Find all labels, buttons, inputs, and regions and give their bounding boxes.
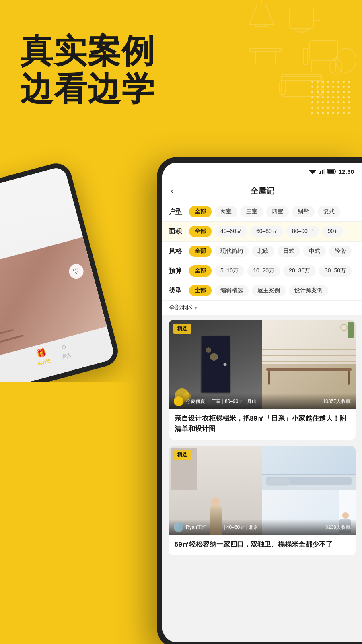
chip-mianji-90plus[interactable]: 90+ [322,226,343,237]
nav-bar: ‹ 全屋记 [162,180,362,202]
chip-yusuan-5-10[interactable]: 5–10万 [215,265,244,277]
chip-huxing-2[interactable]: 两室 [215,206,237,217]
filter-chips-mianji: 全部 40–60㎡ 60–80㎡ 80–90㎡ 90+ [189,226,343,237]
headline: 真实案例 边看边学 [20,32,155,108]
tab-fuliituan: 🎁 福利团 [34,347,51,367]
chip-huxing-villa[interactable]: 别墅 [292,206,315,217]
svg-marker-20 [310,172,315,174]
filter-label-yusuan: 预算 [169,267,185,275]
svg-rect-12 [249,48,282,52]
card-2-badge: 精选 [173,450,191,460]
battery-icon [327,169,336,174]
card-1-saves: 10357人收藏 [323,398,351,405]
chip-fengge-japanese[interactable]: 日式 [278,246,300,257]
heart-icon: ♡ [68,262,85,280]
filter-row-yusuan: 预算 全部 5–10万 10–20万 20–30万 30–50万 [162,261,362,281]
card-2-avatar [174,522,183,532]
chip-huxing-duplex[interactable]: 复式 [318,206,340,217]
page-title: 全屋记 [250,186,274,196]
headline-line2: 边看边学 [20,70,155,108]
chip-fengge-light[interactable]: 轻奢 [329,246,352,257]
svg-rect-5 [310,40,338,60]
filter-label-huxing: 户型 [169,208,185,216]
card-1-meta: 今夏何夏 | 三室 | 80–90㎡ | 舟山 10357人收藏 [169,393,356,409]
filter-chips-leixing: 全部 编辑精选 屋主案例 设计师案例 [189,285,328,296]
chip-fengge-modern[interactable]: 现代简约 [215,246,249,257]
card-1-avatar [174,396,183,406]
wifi-icon [309,169,316,174]
chip-mianji-80-90[interactable]: 80–90㎡ [286,226,319,237]
svg-point-9 [336,48,356,72]
svg-rect-27 [328,170,334,173]
card-1-badge: 精选 [173,324,191,334]
dots-decoration: // Will be rendered via JS below [311,80,350,114]
card-1-meta-info: 三室 | 80–90㎡ | 舟山 [211,398,257,405]
filter-chips-fengge: 全部 现代简约 北欧 日式 中式 轻奢 [189,246,352,257]
card-2-saves: 6238人收藏 [325,524,351,531]
back-button[interactable]: ‹ [171,186,173,196]
svg-rect-24 [323,169,325,174]
chip-huxing-3[interactable]: 三室 [241,206,263,217]
svg-rect-21 [319,173,320,174]
tab-mine: ○ 我的 [58,341,71,360]
chip-yusuan-20-30[interactable]: 20–30万 [283,265,316,277]
filter-row-mianji: 面积 全部 40–60㎡ 60–80㎡ 80–90㎡ 90+ [162,222,362,242]
filter-row-fengge: 风格 全部 现代简约 北欧 日式 中式 轻奢 [162,242,362,261]
svg-rect-26 [335,171,336,173]
filter-label-mianji: 面积 [169,227,185,236]
chip-yusuan-all[interactable]: 全部 [189,265,212,277]
content-list: 精选 今夏何夏 | 三室 | 80–90㎡ | 舟山 10357人收藏 亲自设计… [162,315,362,634]
svg-rect-0 [290,8,314,28]
filter-chips-huxing: 全部 两室 三室 四室 别墅 复式 [189,206,340,217]
svg-rect-8 [304,48,308,64]
chip-yusuan-10-20[interactable]: 10–20万 [247,265,280,277]
card-2[interactable]: 精选 Ryan王恒 | 一室 | 40–60㎡ | 北京 6238人收藏 59㎡… [169,446,356,555]
card-1-title: 亲自设计衣柜榻榻米，把89㎡「日系」小家越住越大！附清单和设计图 [169,409,356,440]
phone-mockup-main: 12:30 ‹ 全屋记 户型 全部 两室 三室 四室 别墅 复式 面积 全部 4… [157,157,362,644]
chip-huxing-4[interactable]: 四室 [266,206,289,217]
filter-label-leixing: 类型 [169,287,185,295]
svg-rect-18 [282,74,322,80]
filter-row-huxing: 户型 全部 两室 三室 四室 别墅 复式 [162,202,362,222]
region-arrow: ▾ [195,305,197,311]
time-display: 12:30 [339,168,354,175]
card-1-meta-left: 今夏何夏 | 三室 | 80–90㎡ | 舟山 [174,396,257,406]
phone-left-content: ♡ 🎁 福利团 ○ 我的 [0,166,115,382]
headline-line1: 真实案例 [20,32,155,70]
region-row[interactable]: 全部地区 ▾ [162,301,362,315]
card-1[interactable]: 精选 今夏何夏 | 三室 | 80–90㎡ | 舟山 10357人收藏 亲自设计… [169,320,356,440]
chip-mianji-60-80[interactable]: 60–80㎡ [251,226,283,237]
chip-leixing-designer[interactable]: 设计师案例 [289,285,328,296]
status-bar: 12:30 [162,163,362,180]
chip-leixing-owner[interactable]: 屋主案例 [252,285,286,296]
filter-section: 户型 全部 两室 三室 四室 别墅 复式 面积 全部 40–60㎡ 60–80㎡… [162,202,362,315]
signal-icon [319,169,325,174]
chip-fengge-all[interactable]: 全部 [189,246,212,257]
chip-mianji-40-60[interactable]: 40–60㎡ [215,226,247,237]
card-1-author: 今夏何夏 [186,398,205,405]
phone-mockup-left: ♡ 🎁 福利团 ○ 我的 [0,160,121,382]
chip-fengge-nordic[interactable]: 北欧 [252,246,274,257]
card-2-title: 59㎡轻松容纳一家四口，双独卫、榻榻米全都少不了 [169,535,356,555]
svg-rect-23 [322,170,323,174]
filter-label-fengge: 风格 [169,247,185,256]
chip-leixing-all[interactable]: 全部 [189,285,212,296]
card-2-image: 精选 Ryan王恒 | 一室 | 40–60㎡ | 北京 6238人收藏 [169,446,356,535]
chip-mianji-all[interactable]: 全部 [189,226,212,237]
chip-fengge-chinese[interactable]: 中式 [303,246,326,257]
filter-row-leixing: 类型 全部 编辑精选 屋主案例 设计师案例 [162,281,362,301]
svg-rect-16 [280,80,286,95]
chip-leixing-editorial[interactable]: 编辑精选 [215,285,249,296]
chip-huxing-all[interactable]: 全部 [189,206,212,217]
card-1-info: | [208,398,209,404]
chip-yusuan-30plus[interactable]: 30–50万 [319,265,352,277]
svg-rect-4 [255,24,267,26]
card-2-meta: Ryan王恒 | 一室 | 40–60㎡ | 北京 6238人收藏 [169,519,356,535]
filter-chips-yusuan: 全部 5–10万 10–20万 20–30万 30–50万 [189,265,352,277]
card-1-image: 精选 今夏何夏 | 三室 | 80–90㎡ | 舟山 10357人收藏 [169,320,356,409]
status-icons: 12:30 [309,168,354,175]
card-2-author: Ryan王恒 [186,524,207,531]
svg-rect-22 [320,171,321,174]
region-label: 全部地区 [169,304,193,312]
